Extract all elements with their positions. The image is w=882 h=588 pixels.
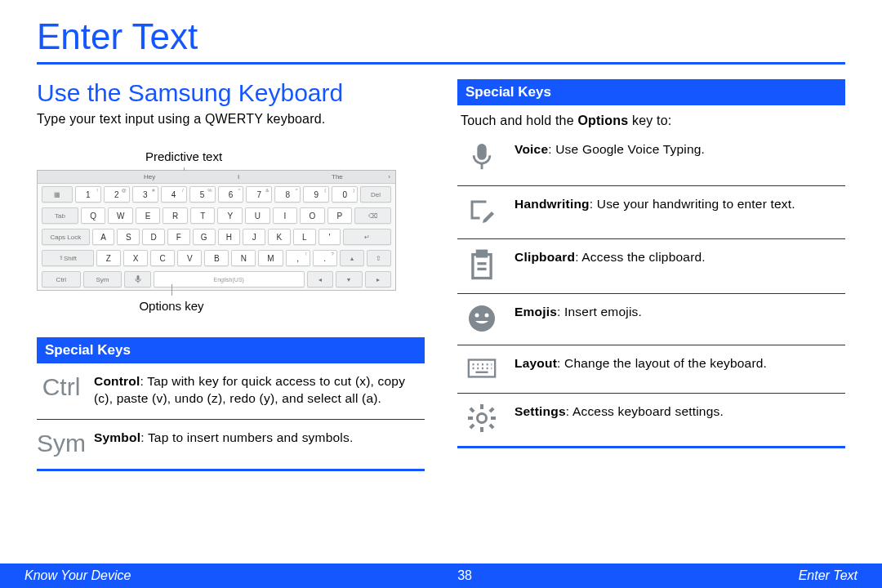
list-item: Emojis: Insert emojis. (457, 294, 845, 345)
ctrl-key-description: Control: Tap with key for quick access t… (94, 373, 421, 408)
sym-key-description: Symbol: Tap to insert numbers and symbol… (94, 430, 353, 447)
page-title: Enter Text (37, 16, 845, 57)
keyboard-key-down: ▾ (336, 271, 362, 287)
microphone-icon (461, 141, 503, 174)
footer-page-number: 38 (457, 568, 472, 583)
keyboard-illustration: Hey I The › ▦ 1! 2@ 3# 4/ 5% 6^ 7& (37, 170, 425, 291)
section-end-rule (37, 469, 425, 471)
keyboard-key-options (124, 271, 150, 287)
svg-rect-24 (488, 423, 494, 429)
handwriting-icon (461, 196, 503, 227)
svg-rect-0 (473, 255, 491, 278)
keyboard-key-sym: Sym (83, 271, 122, 287)
clipboard-description: Clipboard: Access the clipboard. (514, 249, 706, 266)
svg-point-5 (475, 314, 479, 318)
list-item: Layout: Change the layout of the keyboar… (457, 345, 845, 394)
svg-rect-21 (468, 416, 473, 420)
svg-point-6 (485, 314, 489, 318)
list-item: Voice: Use Google Voice Typing. (457, 131, 845, 186)
list-item: Settings: Access keyboard settings. (457, 394, 845, 444)
keyboard-layout-icon (461, 355, 503, 381)
svg-rect-23 (469, 407, 474, 412)
svg-rect-22 (491, 416, 496, 420)
svg-rect-25 (488, 407, 494, 412)
emoji-description: Emojis: Insert emojis. (514, 304, 642, 321)
keyboard-key-ctrl: Ctrl (42, 271, 81, 287)
special-keys-heading-left: Special Keys (37, 337, 425, 363)
keyboard-key-grid: ▦ (42, 186, 73, 203)
list-item: Ctrl Control: Tap with key for quick acc… (37, 363, 425, 420)
keyboard-key-capslock: Caps Lock (42, 229, 90, 245)
page-footer: Know Your Device 38 Enter Text (0, 564, 882, 588)
predictive-text-callout: Predictive text (135, 149, 233, 163)
svg-rect-26 (469, 423, 474, 429)
special-keys-heading-right: Special Keys (457, 79, 845, 105)
options-key-callout: Options key (131, 299, 212, 313)
keyboard-key-backspace: ⌫ (354, 207, 391, 224)
settings-description: Settings: Access keyboard settings. (514, 403, 724, 421)
handwriting-description: Handwriting: Use your handwriting to ent… (514, 196, 795, 213)
keyboard-key-right: ▸ (365, 271, 391, 287)
section-end-rule (457, 446, 845, 448)
voice-description: Voice: Use Google Voice Typing. (514, 141, 705, 158)
footer-right: Enter Text (799, 568, 858, 583)
list-item: Clipboard: Access the clipboard. (457, 239, 845, 294)
keyboard-key-tab: Tab (42, 207, 78, 224)
keyboard-key-shift-left: ⇧ Shift (42, 250, 94, 266)
keyboard-key-del: Del (360, 186, 391, 203)
sym-key-icon: Sym (40, 430, 82, 456)
layout-description: Layout: Change the layout of the keyboar… (514, 355, 767, 372)
keyboard-key-enter: ↵ (343, 229, 391, 245)
svg-rect-1 (477, 251, 486, 256)
section-heading: Use the Samsung Keyboard (37, 79, 425, 107)
keyboard-key-left: ◂ (307, 271, 333, 287)
list-item: Sym Symbol: Tap to insert numbers and sy… (37, 420, 425, 467)
options-intro: Touch and hold the Options key to: (457, 105, 845, 131)
svg-rect-19 (480, 404, 483, 409)
list-item: Handwriting: Use your handwriting to ent… (457, 186, 845, 239)
ctrl-key-icon: Ctrl (40, 373, 82, 399)
emoji-icon (461, 304, 503, 333)
svg-rect-20 (480, 427, 483, 432)
intro-text: Type your text input using a QWERTY keyb… (37, 112, 425, 127)
footer-left: Know Your Device (24, 568, 131, 583)
gear-icon (461, 403, 503, 433)
keyboard-key-up: ▴ (340, 250, 364, 266)
keyboard-key-shift-right: ⇧ (367, 250, 391, 266)
clipboard-icon (461, 249, 503, 282)
svg-point-4 (469, 305, 495, 332)
keyboard-key-space: English(US) (154, 271, 305, 287)
title-rule (37, 62, 845, 65)
keyboard-suggestion-bar: Hey I The › (38, 171, 395, 184)
